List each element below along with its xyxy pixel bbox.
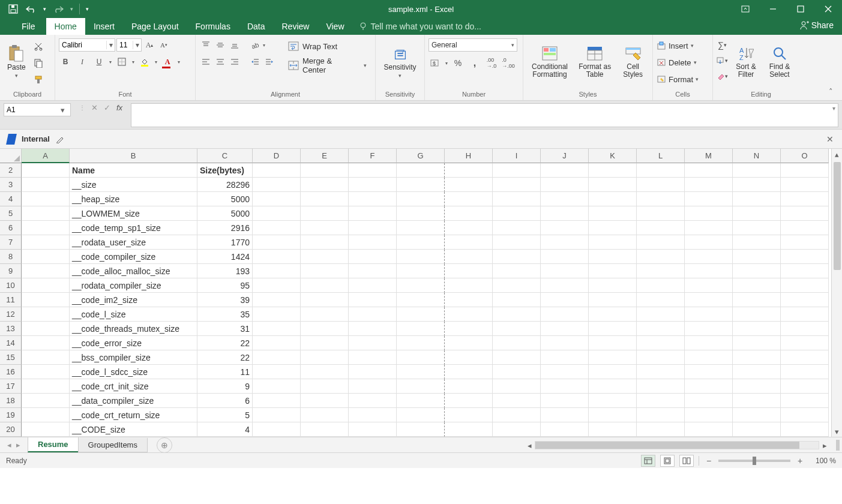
cell-K19[interactable] [589, 408, 637, 422]
cell-C6[interactable]: 2916 [197, 221, 253, 235]
accounting-dropdown-icon[interactable]: ▾ [445, 61, 448, 66]
decrease-indent-icon[interactable] [248, 55, 262, 68]
cell-L16[interactable] [637, 365, 685, 379]
cell-E13[interactable] [301, 322, 349, 336]
cell-N12[interactable] [733, 307, 781, 322]
add-sheet-button[interactable]: ⊕ [157, 437, 172, 453]
cell-O20[interactable] [781, 422, 829, 437]
cancel-formula-icon[interactable]: ✕ [91, 103, 98, 112]
cell-I2[interactable] [493, 163, 541, 178]
cell-F4[interactable] [349, 192, 397, 206]
underline-dropdown-icon[interactable]: ▾ [109, 59, 112, 65]
accounting-format-icon[interactable]: $ [429, 56, 442, 70]
cell-L14[interactable] [637, 336, 685, 350]
column-header-B[interactable]: B [70, 149, 197, 163]
cell-M18[interactable] [685, 394, 733, 408]
font-name-combo[interactable]: ▾ [59, 38, 115, 52]
cell-B14[interactable]: __code_error_size [70, 336, 197, 350]
cell-F7[interactable] [349, 235, 397, 250]
cell-A10[interactable] [22, 278, 70, 293]
tab-home[interactable]: Home [46, 18, 85, 35]
row-header-2[interactable]: 2 [0, 163, 22, 178]
cell-F18[interactable] [349, 394, 397, 408]
cell-N20[interactable] [733, 422, 781, 437]
cell-N17[interactable] [733, 379, 781, 394]
cell-O8[interactable] [781, 250, 829, 264]
cell-A14[interactable] [22, 336, 70, 350]
cell-I9[interactable] [493, 264, 541, 278]
cell-H12[interactable] [445, 307, 493, 322]
cell-G10[interactable] [397, 278, 445, 293]
cell-D18[interactable] [253, 394, 301, 408]
cell-O7[interactable] [781, 235, 829, 250]
cell-G2[interactable] [397, 163, 445, 178]
cell-F12[interactable] [349, 307, 397, 322]
cell-H11[interactable] [445, 293, 493, 307]
cell-L12[interactable] [637, 307, 685, 322]
cell-G15[interactable] [397, 350, 445, 365]
cell-I10[interactable] [493, 278, 541, 293]
cell-J17[interactable] [541, 379, 589, 394]
row-header-14[interactable]: 14 [0, 336, 22, 350]
align-right-icon[interactable] [228, 55, 241, 68]
cell-H6[interactable] [445, 221, 493, 235]
cell-K4[interactable] [589, 192, 637, 206]
column-header-D[interactable]: D [253, 149, 301, 163]
cell-E9[interactable] [301, 264, 349, 278]
cell-O12[interactable] [781, 307, 829, 322]
clear-icon[interactable]: ▾ [717, 70, 728, 83]
column-header-M[interactable]: M [685, 149, 733, 163]
cell-B4[interactable]: __heap_size [70, 192, 197, 206]
row-header-12[interactable]: 12 [0, 307, 22, 322]
cell-K3[interactable] [589, 178, 637, 192]
comma-icon[interactable]: , [468, 56, 481, 70]
chevron-down-icon[interactable]: ▾ [511, 42, 514, 48]
cell-K8[interactable] [589, 250, 637, 264]
close-classification-icon[interactable]: ✕ [826, 134, 834, 144]
row-header-19[interactable]: 19 [0, 408, 22, 422]
cell-A8[interactable] [22, 250, 70, 264]
cell-I16[interactable] [493, 365, 541, 379]
cell-F15[interactable] [349, 350, 397, 365]
cell-L9[interactable] [637, 264, 685, 278]
cell-G8[interactable] [397, 250, 445, 264]
cell-J3[interactable] [541, 178, 589, 192]
cut-icon[interactable] [32, 40, 45, 53]
split-handle[interactable] [836, 440, 840, 451]
column-header-O[interactable]: O [781, 149, 829, 163]
cell-N15[interactable] [733, 350, 781, 365]
cell-A13[interactable] [22, 322, 70, 336]
cell-N2[interactable] [733, 163, 781, 178]
cell-C17[interactable]: 9 [197, 379, 253, 394]
conditional-formatting-button[interactable]: Conditional Formatting [527, 37, 573, 86]
cell-N18[interactable] [733, 394, 781, 408]
cell-A3[interactable] [22, 178, 70, 192]
cell-E12[interactable] [301, 307, 349, 322]
qat-customize-icon[interactable]: ▾ [86, 6, 89, 12]
cell-K14[interactable] [589, 336, 637, 350]
cell-O17[interactable] [781, 379, 829, 394]
cell-H20[interactable] [445, 422, 493, 437]
cell-B5[interactable]: __LOWMEM_size [70, 206, 197, 221]
cell-L18[interactable] [637, 394, 685, 408]
tab-view[interactable]: View [317, 18, 352, 35]
sensitivity-button[interactable]: Sensitivity ▾ [380, 37, 419, 86]
borders-dropdown-icon[interactable]: ▾ [132, 59, 134, 65]
cell-A15[interactable] [22, 350, 70, 365]
cell-O2[interactable] [781, 163, 829, 178]
undo-dropdown-icon[interactable]: ▾ [43, 6, 46, 12]
zoom-slider-thumb[interactable] [753, 457, 756, 465]
cell-J4[interactable] [541, 192, 589, 206]
zoom-out-icon[interactable]: − [704, 456, 714, 466]
row-header-17[interactable]: 17 [0, 379, 22, 394]
cell-I11[interactable] [493, 293, 541, 307]
cell-H4[interactable] [445, 192, 493, 206]
cell-H19[interactable] [445, 408, 493, 422]
insert-function-icon[interactable]: fx [116, 103, 122, 112]
cell-A18[interactable] [22, 394, 70, 408]
cell-I13[interactable] [493, 322, 541, 336]
row-header-5[interactable]: 5 [0, 206, 22, 221]
cell-O6[interactable] [781, 221, 829, 235]
maximize-icon[interactable] [787, 0, 814, 18]
align-bottom-icon[interactable] [228, 38, 241, 52]
